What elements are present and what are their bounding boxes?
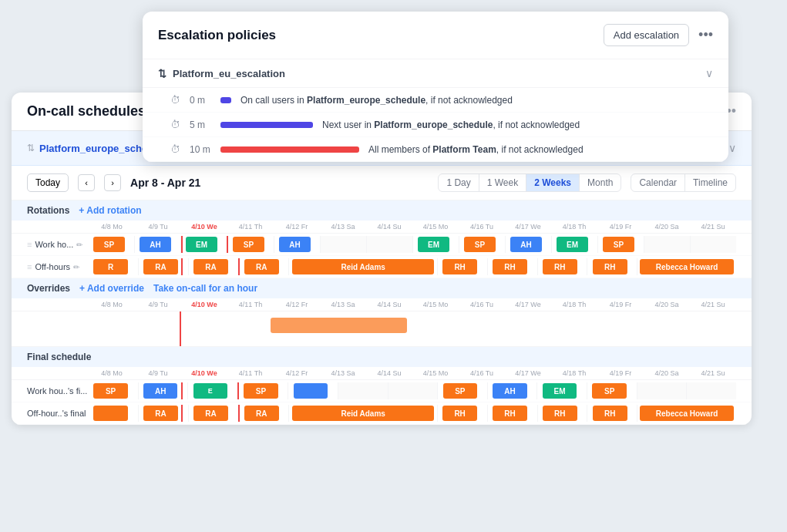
drag-icon-2: ≡ [27,262,32,271]
esc-desc-0: On call users in Platform_europe_schedul… [240,95,713,106]
escalation-item-0: ⏱ 0 m On call users in Platform_europe_s… [143,88,728,113]
final-schedule-header: Final schedule [12,347,752,367]
escalation-panel: Escalation policies Add escalation ••• ⇅… [143,12,728,162]
page-title: On-call schedules [27,103,146,120]
today-line-overrides [180,311,181,346]
tab-month[interactable]: Month [580,174,621,191]
edit-rotation-icon[interactable]: ✏ [76,241,82,249]
badge-ra-411: RA [244,259,279,274]
badge-rebecca-wide: Rebecca Howard [640,259,735,274]
final-badge-rebecca-wide: Rebecca Howard [640,406,735,421]
badge-ah-49: AH [140,237,171,252]
overrides-area [12,311,752,347]
badge-em-415: EM [418,237,449,252]
today-line-work [181,236,183,253]
esc-time-0: 0 m [190,95,211,106]
sort-icon: ⇅ [158,68,166,79]
rotations-dates-row: 4/8 Mo 4/9 Tu 4/10 We 4/11 Th 4/12 Fr 4/… [12,221,752,234]
final-badge-ah-49: AH [143,383,178,399]
edit-off-hours-icon[interactable]: ✏ [73,263,79,271]
date-view-group: 1 Day 1 Week 2 Weeks Month [438,173,621,192]
badge-em-418: EM [557,237,588,252]
badge-rh-415: RH [442,259,477,274]
badge-sp-416: SP [464,237,496,252]
rotations-label: Rotations [27,205,69,216]
off-hours-label: Off-hours [35,262,70,271]
date-range: Apr 8 - Apr 21 [130,177,200,189]
esc-bar-2 [220,146,359,153]
final-badge-rh-415: RH [442,406,477,421]
esc-desc-2: All members of Platform Team, if not ack… [368,144,713,155]
tab-1week[interactable]: 1 Week [479,174,526,191]
tab-timeline[interactable]: Timeline [685,174,735,191]
badge-ah-417: AH [510,237,542,252]
clock-icon: ⏱ [170,94,180,106]
work-hours-final-row: Work hou..'s fi... SP AH E SP SP [12,380,752,402]
today-date-label: 4/10 We [181,223,227,231]
final-schedule-label: Final schedule [27,352,91,362]
badge-ra-410: RA [193,259,228,274]
off-hours-final-cells: RA RA RA Reid Adams RH RH RH [89,405,736,422]
final-dates-row: 4/8 Mo 4/9 Tu 4/10 We 4/11 Th 4/12 Fr 4/… [12,367,752,380]
final-badge-sp-415: SP [443,383,478,399]
rotations-section-header: Rotations + Add rotation [12,200,752,221]
final-badge-sp-411: SP [244,383,278,399]
override-bar[interactable] [271,318,407,333]
final-badge-sp-418: SP [592,383,627,399]
escalation-title: Escalation policies [158,28,276,43]
work-hours-row: ≡ Work ho... ✏ SP AH EM SP [12,234,752,256]
tab-calendar[interactable]: Calendar [631,174,685,191]
add-rotation-link[interactable]: + Add rotation [79,205,141,216]
expand-icon[interactable]: ∨ [728,142,736,154]
escalation-more-button[interactable]: ••• [698,27,713,43]
final-badge-rh-417: RH [543,406,577,421]
tab-2weeks[interactable]: 2 Weeks [526,174,580,191]
drag-icon: ≡ [27,240,32,249]
navigation-bar: Today ‹ › Apr 8 - Apr 21 1 Day 1 Week 2 … [12,166,752,200]
work-hours-label: Work ho... [35,240,73,249]
escalation-header: Escalation policies Add escalation ••• [143,12,728,59]
badge-rh-416: RH [493,259,527,274]
prev-arrow[interactable]: ‹ [78,174,95,191]
badge-ra-49: RA [143,259,178,274]
final-badge-reid-wide: Reid Adams [292,406,434,421]
work-hours-cells: SP AH EM SP AH EM [89,236,736,253]
display-view-group: Calendar Timeline [631,173,736,192]
work-hours-final-label: Work hou..'s fi... [27,386,89,396]
view-tabs: 1 Day 1 Week 2 Weeks Month Calendar Time… [438,173,736,192]
badge-sp-48: SP [93,237,125,252]
esc-desc-1: Next user in Platform_europe_schedule, i… [322,120,713,130]
escalation-item-2: ⏱ 10 m All members of Platform Team, if … [143,137,728,162]
off-hours-cells: R RA RA RA Reid Adams RH RH [89,258,736,275]
final-badge-ra-49: RA [143,406,178,421]
overrides-label: Overrides [27,283,70,294]
escalation-actions: Add escalation ••• [604,24,713,46]
sort-icon: ⇅ [27,143,35,153]
off-hours-row: ≡ Off-hours ✏ R RA RA RA Reid Adams [12,256,752,278]
overrides-dates-row: 4/8 Mo 4/9 Tu 4/10 We 4/11 Th 4/12 Fr 4/… [12,298,752,311]
add-override-link[interactable]: + Add override [79,283,144,294]
chevron-down-icon[interactable]: ∨ [705,67,713,79]
final-badge-rh-418: RH [593,406,627,421]
badge-r-48: R [93,259,128,274]
badge-em-410: EM [186,237,217,252]
badge-ah-412: AH [279,237,311,252]
escalation-item-1: ⏱ 5 m Next user in Platform_europe_sched… [143,113,728,137]
tab-1day[interactable]: 1 Day [439,174,479,191]
work-hours-final-cells: SP AH E SP SP AH EM [89,382,736,399]
off-hours-final-label: Off-hour..'s final [27,409,89,418]
today-line-off [181,258,183,275]
badge-sp-419: SP [603,237,634,252]
clock-icon: ⏱ [170,119,180,130]
take-oncall-link[interactable]: Take on-call for an hour [153,283,257,294]
off-hours-final-row: Off-hour..'s final RA RA RA Reid Adams [12,402,752,425]
overrides-section-header: Overrides + Add override Take on-call fo… [12,278,752,298]
add-escalation-button[interactable]: Add escalation [604,24,689,46]
badge-sp-411: SP [233,237,264,252]
today-button[interactable]: Today [27,173,69,192]
final-badge-em-410: E [193,383,228,399]
final-badge-ah-416: AH [493,383,527,399]
next-arrow[interactable]: › [104,174,121,191]
badge-rh-417: RH [543,259,577,274]
final-badge-ra-410: RA [193,406,228,421]
